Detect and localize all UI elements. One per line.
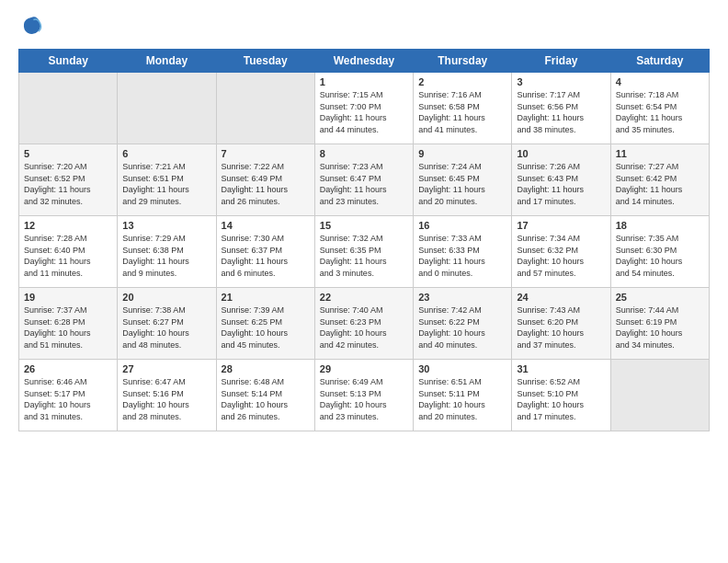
day-info: Sunrise: 7:21 AM Sunset: 6:51 PM Dayligh… bbox=[122, 161, 210, 207]
day-number: 15 bbox=[320, 220, 408, 231]
day-cell: 20Sunrise: 7:38 AM Sunset: 6:27 PM Dayli… bbox=[118, 288, 216, 360]
day-cell: 31Sunrise: 6:52 AM Sunset: 5:10 PM Dayli… bbox=[512, 360, 610, 431]
day-cell: 27Sunrise: 6:47 AM Sunset: 5:16 PM Dayli… bbox=[118, 360, 216, 431]
day-cell: 1Sunrise: 7:15 AM Sunset: 7:00 PM Daylig… bbox=[314, 73, 413, 144]
weekday-header-sunday: Sunday bbox=[19, 50, 118, 73]
weekday-header-row: SundayMondayTuesdayWednesdayThursdayFrid… bbox=[19, 50, 710, 73]
day-info: Sunrise: 7:20 AM Sunset: 6:52 PM Dayligh… bbox=[24, 161, 112, 207]
day-info: Sunrise: 7:24 AM Sunset: 6:45 PM Dayligh… bbox=[418, 161, 506, 207]
day-number: 2 bbox=[418, 76, 506, 87]
day-cell: 13Sunrise: 7:29 AM Sunset: 6:38 PM Dayli… bbox=[118, 216, 216, 288]
day-cell: 21Sunrise: 7:39 AM Sunset: 6:25 PM Dayli… bbox=[216, 288, 314, 360]
day-info: Sunrise: 7:29 AM Sunset: 6:38 PM Dayligh… bbox=[122, 233, 210, 279]
day-number: 20 bbox=[122, 292, 210, 303]
day-info: Sunrise: 7:30 AM Sunset: 6:37 PM Dayligh… bbox=[222, 233, 310, 279]
day-number: 1 bbox=[320, 76, 408, 87]
day-info: Sunrise: 7:28 AM Sunset: 6:40 PM Dayligh… bbox=[24, 233, 112, 279]
week-row-2: 5Sunrise: 7:20 AM Sunset: 6:52 PM Daylig… bbox=[19, 144, 710, 216]
weekday-header-monday: Monday bbox=[118, 50, 216, 73]
logo-icon bbox=[20, 14, 42, 36]
page-header bbox=[18, 14, 710, 40]
day-info: Sunrise: 7:43 AM Sunset: 6:20 PM Dayligh… bbox=[517, 304, 605, 350]
day-number: 6 bbox=[122, 148, 210, 159]
day-cell: 19Sunrise: 7:37 AM Sunset: 6:28 PM Dayli… bbox=[19, 288, 118, 360]
week-row-4: 19Sunrise: 7:37 AM Sunset: 6:28 PM Dayli… bbox=[19, 288, 710, 360]
day-info: Sunrise: 7:37 AM Sunset: 6:28 PM Dayligh… bbox=[24, 304, 112, 350]
weekday-header-tuesday: Tuesday bbox=[216, 50, 314, 73]
day-info: Sunrise: 7:15 AM Sunset: 7:00 PM Dayligh… bbox=[320, 89, 408, 135]
calendar-table: SundayMondayTuesdayWednesdayThursdayFrid… bbox=[18, 49, 710, 431]
day-number: 8 bbox=[320, 148, 408, 159]
day-number: 10 bbox=[517, 148, 605, 159]
day-info: Sunrise: 7:32 AM Sunset: 6:35 PM Dayligh… bbox=[320, 233, 408, 279]
week-row-1: 1Sunrise: 7:15 AM Sunset: 7:00 PM Daylig… bbox=[19, 73, 710, 144]
day-number: 30 bbox=[418, 363, 506, 374]
day-info: Sunrise: 7:17 AM Sunset: 6:56 PM Dayligh… bbox=[517, 89, 605, 135]
day-number: 25 bbox=[616, 292, 704, 303]
day-info: Sunrise: 7:35 AM Sunset: 6:30 PM Dayligh… bbox=[616, 233, 704, 279]
weekday-header-saturday: Saturday bbox=[610, 50, 709, 73]
day-info: Sunrise: 7:26 AM Sunset: 6:43 PM Dayligh… bbox=[517, 161, 605, 207]
day-number: 7 bbox=[222, 148, 310, 159]
day-cell: 6Sunrise: 7:21 AM Sunset: 6:51 PM Daylig… bbox=[118, 144, 216, 216]
day-number: 23 bbox=[418, 292, 506, 303]
day-info: Sunrise: 7:42 AM Sunset: 6:22 PM Dayligh… bbox=[418, 304, 506, 350]
day-number: 13 bbox=[122, 220, 210, 231]
day-info: Sunrise: 7:16 AM Sunset: 6:58 PM Dayligh… bbox=[418, 89, 506, 135]
day-cell bbox=[118, 73, 216, 144]
day-number: 29 bbox=[320, 363, 408, 374]
day-cell: 5Sunrise: 7:20 AM Sunset: 6:52 PM Daylig… bbox=[19, 144, 118, 216]
day-number: 22 bbox=[320, 292, 408, 303]
day-cell bbox=[216, 73, 314, 144]
day-cell: 18Sunrise: 7:35 AM Sunset: 6:30 PM Dayli… bbox=[610, 216, 709, 288]
day-info: Sunrise: 6:51 AM Sunset: 5:11 PM Dayligh… bbox=[418, 376, 506, 422]
weekday-header-thursday: Thursday bbox=[414, 50, 512, 73]
day-cell: 23Sunrise: 7:42 AM Sunset: 6:22 PM Dayli… bbox=[414, 288, 512, 360]
weekday-header-friday: Friday bbox=[512, 50, 610, 73]
day-info: Sunrise: 7:18 AM Sunset: 6:54 PM Dayligh… bbox=[616, 89, 704, 135]
day-number: 21 bbox=[222, 292, 310, 303]
day-info: Sunrise: 6:52 AM Sunset: 5:10 PM Dayligh… bbox=[517, 376, 605, 422]
day-number: 12 bbox=[24, 220, 112, 231]
day-cell: 25Sunrise: 7:44 AM Sunset: 6:19 PM Dayli… bbox=[610, 288, 709, 360]
day-number: 19 bbox=[24, 292, 112, 303]
day-cell: 30Sunrise: 6:51 AM Sunset: 5:11 PM Dayli… bbox=[414, 360, 512, 431]
day-number: 14 bbox=[222, 220, 310, 231]
day-info: Sunrise: 6:47 AM Sunset: 5:16 PM Dayligh… bbox=[122, 376, 210, 422]
day-cell: 11Sunrise: 7:27 AM Sunset: 6:42 PM Dayli… bbox=[610, 144, 709, 216]
day-cell: 22Sunrise: 7:40 AM Sunset: 6:23 PM Dayli… bbox=[314, 288, 413, 360]
day-number: 5 bbox=[24, 148, 112, 159]
day-info: Sunrise: 7:27 AM Sunset: 6:42 PM Dayligh… bbox=[616, 161, 704, 207]
day-cell: 29Sunrise: 6:49 AM Sunset: 5:13 PM Dayli… bbox=[314, 360, 413, 431]
day-cell bbox=[19, 73, 118, 144]
day-number: 24 bbox=[517, 292, 605, 303]
logo bbox=[18, 14, 42, 40]
day-info: Sunrise: 7:44 AM Sunset: 6:19 PM Dayligh… bbox=[616, 304, 704, 350]
day-info: Sunrise: 7:34 AM Sunset: 6:32 PM Dayligh… bbox=[517, 233, 605, 279]
day-cell: 15Sunrise: 7:32 AM Sunset: 6:35 PM Dayli… bbox=[314, 216, 413, 288]
day-cell: 26Sunrise: 6:46 AM Sunset: 5:17 PM Dayli… bbox=[19, 360, 118, 431]
week-row-5: 26Sunrise: 6:46 AM Sunset: 5:17 PM Dayli… bbox=[19, 360, 710, 431]
day-cell: 8Sunrise: 7:23 AM Sunset: 6:47 PM Daylig… bbox=[314, 144, 413, 216]
day-number: 18 bbox=[616, 220, 704, 231]
day-cell: 2Sunrise: 7:16 AM Sunset: 6:58 PM Daylig… bbox=[414, 73, 512, 144]
day-number: 26 bbox=[24, 363, 112, 374]
day-number: 17 bbox=[517, 220, 605, 231]
day-cell: 12Sunrise: 7:28 AM Sunset: 6:40 PM Dayli… bbox=[19, 216, 118, 288]
week-row-3: 12Sunrise: 7:28 AM Sunset: 6:40 PM Dayli… bbox=[19, 216, 710, 288]
day-number: 28 bbox=[222, 363, 310, 374]
day-info: Sunrise: 6:49 AM Sunset: 5:13 PM Dayligh… bbox=[320, 376, 408, 422]
day-number: 27 bbox=[122, 363, 210, 374]
day-info: Sunrise: 7:23 AM Sunset: 6:47 PM Dayligh… bbox=[320, 161, 408, 207]
day-cell: 4Sunrise: 7:18 AM Sunset: 6:54 PM Daylig… bbox=[610, 73, 709, 144]
day-info: Sunrise: 7:40 AM Sunset: 6:23 PM Dayligh… bbox=[320, 304, 408, 350]
day-cell: 14Sunrise: 7:30 AM Sunset: 6:37 PM Dayli… bbox=[216, 216, 314, 288]
day-info: Sunrise: 7:38 AM Sunset: 6:27 PM Dayligh… bbox=[122, 304, 210, 350]
day-info: Sunrise: 6:48 AM Sunset: 5:14 PM Dayligh… bbox=[222, 376, 310, 422]
day-number: 31 bbox=[517, 363, 605, 374]
day-cell: 7Sunrise: 7:22 AM Sunset: 6:49 PM Daylig… bbox=[216, 144, 314, 216]
day-info: Sunrise: 7:22 AM Sunset: 6:49 PM Dayligh… bbox=[222, 161, 310, 207]
day-cell: 9Sunrise: 7:24 AM Sunset: 6:45 PM Daylig… bbox=[414, 144, 512, 216]
day-number: 11 bbox=[616, 148, 704, 159]
day-number: 9 bbox=[418, 148, 506, 159]
